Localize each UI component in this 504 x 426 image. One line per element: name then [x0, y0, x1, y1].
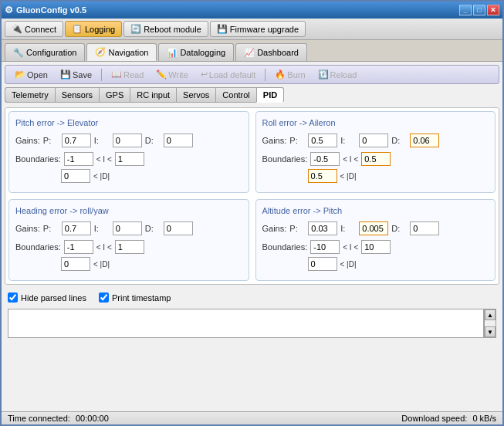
boundaries-label-2: Boundaries:	[15, 242, 61, 252]
heading-upper-input[interactable]	[115, 240, 144, 254]
pitch-idl-input[interactable]	[61, 169, 90, 183]
tab-control[interactable]: Control	[215, 87, 255, 103]
altitude-lower-input[interactable]	[310, 240, 340, 254]
pid-panel-roll-aileron: Roll error -> Aileron Gains: P: I: D: Bo…	[255, 111, 496, 193]
log-scrollbar[interactable]: ▲ ▼	[484, 309, 496, 338]
i-label-3: I:	[340, 224, 356, 233]
pitch-d-input[interactable]	[164, 134, 193, 147]
heading-boundary-row2: < |D|	[15, 257, 242, 271]
gains-label-2: Gains:	[15, 224, 40, 233]
tab-datalogging[interactable]: 📊 Datalogging	[158, 43, 234, 61]
d-label-1: D:	[391, 136, 407, 145]
burn-button[interactable]: 🔥 Burn	[270, 68, 310, 81]
tab-rc-input[interactable]: RC input	[130, 87, 176, 103]
connect-button[interactable]: 🔌 Connect	[5, 21, 63, 37]
roll-d-input[interactable]	[410, 134, 439, 147]
idl-label-3: < |D|	[340, 260, 357, 269]
heading-idl-input[interactable]	[61, 257, 90, 271]
reboot-button[interactable]: 🔄 Reboot module	[123, 21, 208, 37]
write-button[interactable]: ✏️ Write	[151, 68, 192, 81]
altitude-upper-input[interactable]	[361, 240, 391, 254]
pitch-lower-input[interactable]	[64, 152, 93, 166]
p-label-3: P:	[289, 224, 305, 233]
boundaries-label-3: Boundaries:	[262, 242, 308, 252]
main-tabs: 🔧 Configuration 🧭 Navigation 📊 Dataloggi…	[2, 40, 502, 62]
tab-servos[interactable]: Servos	[176, 87, 215, 103]
checkbox-area: Hide parsed lines Print timestamp	[5, 289, 499, 306]
roll-boundary-row1: Boundaries: < I <	[262, 152, 489, 166]
idl-label-1: < |D|	[340, 172, 357, 181]
tab-navigation[interactable]: 🧭 Navigation	[86, 43, 157, 61]
maximize-button[interactable]: □	[473, 5, 485, 15]
tab-dashboard[interactable]: 📈 Dashboard	[235, 43, 307, 61]
altitude-idl-input[interactable]	[308, 257, 337, 271]
p-label-2: P:	[43, 224, 59, 233]
log-container: ▲ ▼	[8, 309, 496, 338]
pid-panel-pitch-elevator: Pitch error -> Elevator Gains: P: I: D: …	[8, 111, 249, 193]
roll-upper-input[interactable]	[361, 152, 391, 166]
print-timestamp-checkbox[interactable]	[99, 292, 109, 303]
status-bar: Time connected: 00:00:00 Download speed:…	[2, 411, 502, 424]
altitude-d-input[interactable]	[410, 221, 439, 235]
reboot-icon: 🔄	[130, 24, 141, 34]
d-label-3: D:	[391, 224, 407, 233]
speed-status: Download speed: 0 kB/s	[401, 414, 496, 423]
pid-panel-altitude-pitch: Altitude error -> Pitch Gains: P: I: D: …	[255, 199, 496, 281]
open-button[interactable]: 📂 Open	[10, 68, 52, 81]
firmware-button[interactable]: 💾 Firmware upgrade	[210, 21, 306, 37]
altitude-p-input[interactable]	[308, 221, 337, 235]
pitch-p-input[interactable]	[62, 134, 91, 147]
scroll-up-button[interactable]: ▲	[485, 309, 496, 320]
save-icon: 💾	[60, 69, 71, 79]
roll-lower-input[interactable]	[310, 152, 340, 166]
heading-i-input[interactable]	[113, 221, 142, 235]
heading-d-input[interactable]	[164, 221, 193, 235]
logging-button[interactable]: 📋 Logging	[65, 21, 122, 37]
heading-lower-input[interactable]	[64, 240, 93, 254]
reload-icon: 🔃	[318, 69, 329, 79]
write-icon: ✏️	[156, 69, 167, 79]
log-box	[8, 309, 484, 338]
altitude-pitch-title: Altitude error -> Pitch	[262, 206, 489, 215]
gains-label-1: Gains:	[262, 136, 287, 145]
reload-button[interactable]: 🔃 Reload	[313, 68, 362, 81]
pid-grid: Pitch error -> Elevator Gains: P: I: D: …	[5, 107, 499, 285]
tab-sensors[interactable]: Sensors	[55, 87, 99, 103]
print-timestamp-label: Print timestamp	[112, 293, 171, 303]
p-label-0: P:	[43, 136, 59, 145]
pitch-elevator-title: Pitch error -> Elevator	[15, 118, 242, 127]
pitch-i-input[interactable]	[113, 134, 142, 147]
lt-symbol-2: < I <	[96, 243, 112, 252]
tab-telemetry[interactable]: Telemetry	[5, 87, 55, 103]
content-area: 📂 Open 💾 Save 📖 Read ✏️ Write ↩ Load def…	[2, 62, 502, 343]
data-icon: 📊	[167, 48, 178, 58]
tab-configuration[interactable]: 🔧 Configuration	[5, 43, 85, 61]
altitude-i-input[interactable]	[359, 221, 388, 235]
roll-p-input[interactable]	[308, 134, 337, 147]
pid-panel-heading-roll-yaw: Heading error -> roll/yaw Gains: P: I: D…	[8, 199, 249, 281]
close-button[interactable]: ✕	[487, 5, 499, 15]
plug-icon: 🔌	[12, 24, 22, 34]
read-button[interactable]: 📖 Read	[107, 68, 148, 81]
roll-i-input[interactable]	[359, 134, 388, 147]
tab-gps[interactable]: GPS	[99, 87, 130, 103]
d-label-2: D:	[145, 224, 161, 233]
tab-pid[interactable]: PID	[256, 87, 284, 103]
minimize-button[interactable]: _	[459, 5, 472, 15]
hide-lines-label: Hide parsed lines	[21, 293, 86, 303]
load-default-button[interactable]: ↩ Load default	[196, 68, 261, 81]
separator	[101, 69, 102, 81]
save-button[interactable]: 💾 Save	[56, 68, 96, 81]
hide-lines-checkbox[interactable]	[8, 292, 18, 303]
scroll-down-button[interactable]: ▼	[485, 326, 496, 337]
hide-lines-checkbox-label[interactable]: Hide parsed lines	[8, 292, 86, 303]
pitch-upper-input[interactable]	[115, 152, 144, 166]
firmware-icon: 💾	[217, 24, 228, 34]
time-status: Time connected: 00:00:00	[8, 414, 109, 423]
print-timestamp-checkbox-label[interactable]: Print timestamp	[99, 292, 171, 303]
action-bar: 📂 Open 💾 Save 📖 Read ✏️ Write ↩ Load def…	[5, 65, 499, 84]
heading-p-input[interactable]	[62, 221, 91, 235]
roll-idl-input[interactable]	[308, 169, 337, 183]
gains-label-3: Gains:	[262, 224, 287, 233]
pitch-boundary-row2: < |D|	[15, 169, 242, 183]
